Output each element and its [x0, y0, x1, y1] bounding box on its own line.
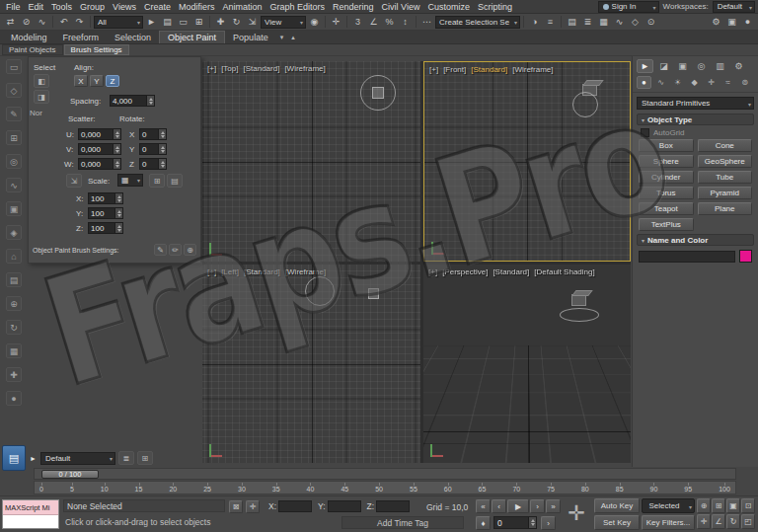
box-button[interactable]: Box — [639, 139, 694, 152]
select-and-move-icon[interactable]: ✚ — [213, 15, 228, 29]
use-pivot-center-icon[interactable]: ◉ — [307, 15, 322, 29]
ribbon-tab-object-paint[interactable]: Object Paint — [159, 31, 225, 43]
menu-rendering[interactable]: Rendering — [329, 2, 378, 12]
viewport-pov-label[interactable]: [Perspective] — [442, 267, 488, 276]
scatter-w-field[interactable]: 0,000 — [78, 158, 121, 170]
scene-object-cube[interactable] — [571, 294, 586, 306]
key-mode-dropdown[interactable]: Selected — [642, 498, 695, 513]
viewport-pov-label[interactable]: [Top] — [221, 64, 238, 73]
workspaces-dropdown[interactable]: Default — [713, 1, 755, 13]
layer-manager-icon[interactable]: ≣ — [580, 15, 595, 29]
zoom-extents-all-icon[interactable]: ⊡ — [741, 498, 755, 513]
left-toolbar-icon[interactable]: ● — [6, 391, 22, 406]
shapes-category-icon[interactable]: ∿ — [653, 76, 668, 89]
key-filters-button[interactable]: Key Filters... — [642, 515, 695, 530]
rotate-x-field[interactable]: 0 — [139, 128, 167, 140]
selection-filter-dropdown[interactable]: All — [94, 16, 143, 29]
viewport-top[interactable]: [+] [Top] [Standard] [Wireframe] — [202, 61, 420, 262]
select-and-manipulate-icon[interactable]: ✛ — [329, 15, 343, 29]
create-selection-set-field[interactable]: Create Selection Se — [435, 16, 520, 29]
scale-y-field[interactable]: 100 — [88, 207, 123, 219]
window-crossing-icon[interactable]: ⊞ — [191, 15, 206, 29]
primitive-category-dropdown[interactable]: Standard Primitives — [637, 97, 754, 110]
left-toolbar-icon[interactable]: ↻ — [6, 320, 22, 335]
pyramid-button[interactable]: Pyramid — [698, 187, 753, 199]
scene-explorer-panel-icon[interactable]: ▤ — [2, 445, 26, 471]
pan-icon[interactable]: ✛ — [697, 514, 711, 529]
left-toolbar-icon[interactable]: ▭ — [6, 59, 22, 74]
utilities-tab-icon[interactable]: ⚙ — [730, 59, 747, 73]
geosphere-button[interactable]: GeoSphere — [698, 155, 753, 168]
menu-graph-editors[interactable]: Graph Editors — [265, 2, 329, 12]
zoom-extents-icon[interactable]: ▣ — [726, 498, 740, 513]
systems-category-icon[interactable]: ⊚ — [737, 76, 752, 89]
brush-preset-icon[interactable]: ✎ — [154, 244, 167, 256]
align-icon[interactable]: ≡ — [543, 15, 558, 29]
select-by-name-icon[interactable]: ▤ — [160, 15, 175, 29]
menu-group[interactable]: Group — [76, 2, 109, 12]
ribbon-tab-populate[interactable]: Populate — [225, 31, 276, 43]
brush-add-icon[interactable]: ⊕ — [184, 244, 196, 256]
create-tab-icon[interactable]: ► — [637, 59, 653, 73]
ribbon-toggle-icon[interactable]: ▦ — [596, 15, 611, 29]
previous-frame-button[interactable]: ‹ — [492, 499, 506, 513]
go-to-end-button[interactable]: » — [546, 499, 561, 513]
material-editor-icon[interactable]: ⊙ — [644, 15, 658, 29]
left-toolbar-icon[interactable]: ✚ — [6, 367, 22, 382]
scale-z-field[interactable]: 100 — [88, 222, 123, 234]
hierarchy-tab-icon[interactable]: ▣ — [674, 59, 691, 73]
add-time-tag[interactable]: Add Time Tag — [341, 516, 464, 529]
timeline-ruler[interactable]: 0 5 10 15 20 25 30 35 40 45 50 55 60 65 … — [34, 481, 736, 494]
align-x-toggle[interactable]: X — [74, 75, 88, 87]
viewport-perspective[interactable]: [+] [Perspective] [Standard] [Default Sh… — [423, 265, 631, 463]
spinner[interactable] — [528, 517, 536, 528]
ribbon-tab-selection[interactable]: Selection — [107, 31, 159, 43]
next-key-button[interactable]: › — [541, 516, 556, 530]
select-object-icon[interactable]: ► — [144, 15, 159, 29]
helpers-category-icon[interactable]: ✛ — [704, 76, 719, 89]
redo-icon[interactable]: ↷ — [72, 15, 87, 29]
time-slider-track[interactable]: 0 / 100 — [34, 468, 736, 480]
selection-lock-icon[interactable]: ⊠ — [229, 500, 243, 513]
transform-gizmo-icon[interactable]: ✛ — [564, 500, 589, 526]
render-setup-icon[interactable]: ⚙ — [709, 15, 723, 29]
left-toolbar-icon[interactable]: ▤ — [6, 272, 22, 287]
left-toolbar-icon[interactable]: ∿ — [6, 178, 22, 192]
viewport-pov-label[interactable]: [Left] — [221, 267, 239, 276]
time-slider-thumb[interactable]: 0 / 100 — [41, 470, 99, 479]
display-tab-icon[interactable]: ▥ — [712, 59, 728, 73]
selection-region-icon[interactable]: ▭ — [176, 15, 190, 29]
schematic-view-icon[interactable]: ◇ — [628, 15, 643, 29]
viewport-menu-button[interactable]: [+] — [207, 267, 216, 276]
left-toolbar-icon[interactable]: ▣ — [6, 201, 22, 216]
menu-scripting[interactable]: Scripting — [474, 2, 516, 12]
ribbon-minimize-icon[interactable]: ▴ — [287, 34, 299, 41]
undo-icon[interactable]: ↶ — [56, 15, 71, 29]
geometry-category-icon[interactable]: ● — [637, 76, 651, 89]
angle-snap-icon[interactable]: ∠ — [366, 15, 381, 29]
align-z-toggle[interactable]: Z — [106, 75, 119, 87]
cylinder-button[interactable]: Cylinder — [639, 171, 694, 184]
lights-category-icon[interactable]: ☀ — [670, 76, 685, 89]
object-name-field[interactable] — [639, 251, 735, 263]
spinner[interactable] — [158, 129, 166, 139]
menu-customize[interactable]: Customize — [423, 2, 474, 12]
percent-snap-icon[interactable]: % — [382, 15, 397, 29]
spinner[interactable] — [158, 144, 166, 154]
spinner[interactable] — [114, 223, 122, 233]
viewport-left[interactable]: [+] [Left] [Standard] [Wireframe] — [202, 265, 420, 463]
spinner[interactable] — [113, 144, 120, 154]
object-color-swatch[interactable] — [739, 250, 752, 263]
maxscript-mini-listener[interactable]: MAXScript Mi — [2, 499, 59, 529]
menu-modifiers[interactable]: Modifiers — [175, 2, 219, 12]
layer-list-icon[interactable]: ≣ — [118, 451, 134, 465]
spinner[interactable] — [114, 193, 122, 203]
tab-paint-objects[interactable]: Paint Objects — [2, 44, 63, 55]
spinner[interactable] — [113, 159, 120, 169]
modify-tab-icon[interactable]: ◪ — [655, 59, 672, 73]
scale-lock-icon[interactable]: ⊞ — [149, 174, 165, 188]
spinner[interactable] — [114, 208, 122, 218]
object-type-rollout[interactable]: ▾Object Type — [637, 114, 754, 125]
left-toolbar-icon[interactable]: ◇ — [6, 83, 22, 98]
left-toolbar-icon[interactable]: ⊕ — [6, 296, 22, 311]
